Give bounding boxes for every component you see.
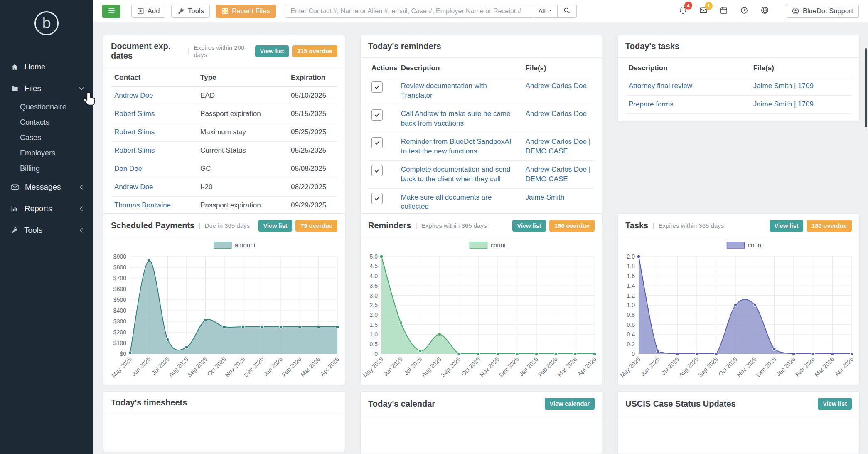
sidebar-item-reports[interactable]: Reports	[0, 198, 93, 220]
svg-text:$700: $700	[113, 275, 126, 281]
reminder-description-link[interactable]: Call Andrew to make sure he came back fr…	[401, 110, 511, 127]
messages-badge: 1	[705, 2, 713, 10]
card-subtitle: Expires within 365 days	[421, 222, 487, 229]
add-button[interactable]: Add	[131, 5, 165, 18]
contact-link[interactable]: Andrew Doe	[114, 91, 153, 99]
task-description-link[interactable]: Prepare forms	[629, 100, 674, 108]
search-filter-dropdown[interactable]: All	[534, 5, 558, 18]
card-title: Reminders	[368, 221, 411, 230]
global-search: All	[285, 5, 577, 18]
svg-text:2.5: 2.5	[370, 302, 378, 308]
table-row: Andrew DoeEAD05/10/2025	[111, 87, 337, 105]
view-list-button[interactable]: View list	[512, 220, 546, 232]
globe-icon	[760, 6, 769, 16]
wrench-icon	[177, 7, 184, 15]
contact-link[interactable]: Thomas Boatwine	[114, 201, 171, 209]
contact-link[interactable]: Andrew Doe	[114, 183, 153, 191]
menu-button[interactable]	[102, 5, 120, 18]
vertical-scrollbar[interactable]	[865, 48, 867, 127]
topbar: Add Tools Recent Files All 4 1	[93, 0, 868, 22]
tools-button-label: Tools	[188, 7, 204, 15]
svg-text:May 2025: May 2025	[361, 355, 384, 378]
clock-button[interactable]	[740, 6, 748, 16]
contact-link[interactable]: Don Doe	[114, 165, 142, 173]
svg-text:$300: $300	[113, 318, 126, 325]
col-type: Type	[197, 68, 288, 87]
sidebar-item-contacts[interactable]: Contacts	[0, 115, 93, 130]
sidebar-item-billing[interactable]: Billing	[0, 161, 93, 176]
svg-text:0: 0	[632, 350, 635, 357]
caret-down-icon	[548, 7, 553, 15]
messages-button[interactable]: 1	[699, 6, 708, 16]
svg-text:May 2025: May 2025	[110, 355, 133, 378]
sidebar-nav: HomeFilesQuestionnaireContactsCasesEmplo…	[0, 44, 93, 241]
search-input[interactable]	[285, 5, 534, 18]
svg-text:$800: $800	[113, 264, 126, 271]
notifications-button[interactable]: 4	[679, 6, 687, 16]
grid-icon	[221, 7, 229, 15]
sidebar-item-employers[interactable]: Employers	[0, 146, 93, 161]
wrench-icon	[11, 227, 18, 234]
table-row: Don DoeGC08/08/2025	[111, 160, 337, 178]
svg-text:Nov 2025: Nov 2025	[224, 355, 246, 378]
sidebar-item-questionnaire[interactable]: Questionnaire	[0, 99, 93, 115]
svg-text:4.5: 4.5	[370, 263, 378, 269]
card-scheduled-payments: Scheduled Payments Due in 365 days View …	[103, 213, 345, 385]
reminder-description-link[interactable]: Review documentation with Translator	[401, 82, 487, 99]
reminder-complete-checkbox[interactable]	[371, 81, 383, 93]
table-row: Robert SlimsCurrent Status05/25/2025	[111, 141, 337, 160]
sidebar-item-label: Reports	[25, 204, 52, 213]
svg-text:Feb 2026: Feb 2026	[794, 355, 816, 378]
svg-text:1.6: 1.6	[627, 272, 635, 279]
reminder-files-link[interactable]: Andrew Carlos Doe	[526, 110, 587, 118]
task-description-link[interactable]: Attorney final review	[629, 82, 692, 90]
svg-text:2.0: 2.0	[370, 311, 378, 318]
reminder-files-link[interactable]: Andrew Carlos Doe | DEMO CASE	[526, 138, 591, 155]
reminder-complete-checkbox[interactable]	[371, 137, 383, 148]
task-files-link[interactable]: Jaime Smith | 1709	[753, 100, 814, 108]
reminder-description-link[interactable]: Reminder from BlueDot SandboxAI to test …	[401, 138, 511, 155]
reminder-complete-checkbox[interactable]	[371, 165, 383, 176]
recent-files-button[interactable]: Recent Files	[216, 5, 276, 18]
support-menu-button[interactable]: BlueDot Support	[786, 5, 859, 18]
card-subtitle: Due in 365 days	[205, 222, 250, 229]
sidebar-item-messages[interactable]: Messages	[0, 176, 93, 198]
sidebar-item-home[interactable]: Home	[0, 56, 93, 78]
search-button[interactable]	[558, 5, 577, 18]
todays-tasks-table: Description File(s) Attorney final revie…	[625, 59, 852, 114]
table-row: Attorney final reviewJaime Smith | 1709	[625, 77, 852, 96]
app-logo-letter: b	[34, 11, 59, 35]
plus-icon	[137, 7, 144, 15]
clock-icon	[740, 6, 748, 16]
reminder-description-link[interactable]: Complete documentation and send back to …	[401, 165, 511, 183]
reminder-files-link[interactable]: Andrew Carlos Doe | DEMO CASE	[526, 165, 591, 183]
tools-button[interactable]: Tools	[171, 5, 210, 18]
view-calendar-button[interactable]: View calendar	[545, 398, 595, 410]
card-title: Today's calendar	[368, 399, 435, 409]
sidebar-item-files[interactable]: Files	[0, 78, 93, 99]
card-todays-reminders: Today's reminders Actions Description Fi…	[360, 35, 602, 224]
view-list-button[interactable]: View list	[255, 45, 289, 57]
reminder-complete-checkbox[interactable]	[371, 193, 383, 204]
svg-text:$400: $400	[113, 307, 126, 314]
contact-link[interactable]: Robert Slims	[114, 146, 155, 154]
calendar-button[interactable]	[720, 6, 728, 16]
view-list-button[interactable]: View list	[770, 220, 804, 232]
view-list-button[interactable]: View list	[258, 220, 293, 232]
svg-text:Jan 2026: Jan 2026	[518, 355, 539, 377]
table-row: Thomas BoatwinePassport expiration09/29/…	[111, 196, 337, 215]
svg-text:3.0: 3.0	[370, 292, 378, 299]
globe-button[interactable]	[760, 6, 769, 16]
task-files-link[interactable]: Jaime Smith | 1709	[753, 82, 814, 90]
reminder-files-link[interactable]: Andrew Carlos Doe	[526, 82, 587, 90]
envelope-icon	[11, 183, 19, 191]
reminder-files-link[interactable]: Jaime Smith	[526, 193, 565, 201]
view-list-button[interactable]: View list	[818, 398, 852, 410]
contact-link[interactable]: Robert Slims	[114, 110, 155, 118]
reminder-complete-checkbox[interactable]	[371, 109, 383, 121]
svg-text:0.8: 0.8	[627, 311, 635, 318]
sidebar-item-cases[interactable]: Cases	[0, 130, 93, 146]
contact-link[interactable]: Robert Slims	[114, 128, 155, 136]
sidebar-item-tools[interactable]: Tools	[0, 220, 93, 241]
reminder-description-link[interactable]: Make sure all documents are collected	[401, 193, 492, 211]
